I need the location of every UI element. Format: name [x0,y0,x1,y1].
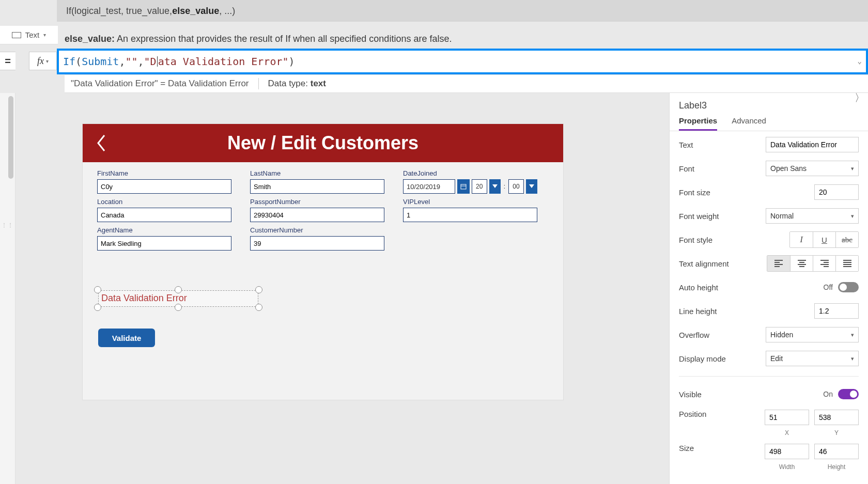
prop-row-visible: Visible On [679,386,859,402]
hour-input[interactable]: 20 [472,179,487,194]
fx-dropdown[interactable]: fx ▾ [29,52,57,70]
calendar-button[interactable] [457,179,470,194]
field-label: LastName [250,169,384,177]
chevron-left-icon [96,134,106,152]
signature-suffix: , ...) [219,6,235,17]
chevron-down-icon: ▾ [43,32,46,38]
position-y-input[interactable] [814,410,859,425]
properties-panel: 〉 Label3 Properties Advanced Text Font O… [669,93,868,484]
tab-advanced[interactable]: Advanced [732,116,766,131]
size-width-input[interactable] [765,444,809,459]
field-passport: PassportNumber [250,198,384,222]
minute-dropdown[interactable] [526,179,537,194]
signature-prefix: If(logical_test, true_value, [66,6,172,17]
align-justify-button[interactable] [835,256,858,271]
ribbon-format-text[interactable]: Text ▾ [0,26,58,44]
prop-row-font-weight: Font weight Normal▾ [679,208,859,224]
help-arg-desc: An expression that provides the result o… [117,34,452,44]
screen-title: New / Edit Customers [83,132,563,154]
strikethrough-button[interactable]: abc [835,232,858,247]
field-datejoined: DateJoined 10/20/2019 20 : 00 [403,169,537,194]
tab-properties[interactable]: Properties [679,116,717,131]
field-label: AgentName [97,226,231,234]
align-left-icon [774,260,783,267]
firstname-input[interactable] [97,179,231,194]
location-input[interactable] [97,208,231,222]
prop-row-position: Position X Y [679,410,859,436]
field-label: FirstName [97,169,231,177]
underline-button[interactable]: U [813,232,835,247]
hour-dropdown[interactable] [489,179,501,194]
prop-row-font: Font Open Sans▾ [679,160,859,177]
align-right-button[interactable] [813,256,835,271]
agent-input[interactable] [97,236,231,251]
rail-drag-handle-icon[interactable]: ⋮⋮ [0,217,16,232]
panel-expand-icon[interactable]: 〉 [855,93,865,105]
chevron-down-icon: ▾ [851,165,854,172]
formula-bar[interactable]: If(Submit, "", "Data Validation Error") … [57,49,868,74]
chevron-down-icon: ▾ [46,58,49,64]
formula-data-type: Data type: text [268,79,326,89]
align-center-button[interactable] [790,256,813,271]
divider [679,376,859,377]
align-left-button[interactable] [767,256,790,271]
field-agent: AgentName [97,226,231,251]
formula-fn: If [63,55,75,68]
back-button[interactable] [91,131,112,155]
date-input[interactable]: 10/20/2019 [403,179,455,194]
resize-handle-bm[interactable] [175,304,182,311]
resize-handle-bl[interactable] [94,304,101,311]
line-height-input[interactable] [814,303,859,319]
resize-handle-tm[interactable] [175,286,182,293]
font-weight-select[interactable]: Normal▾ [766,208,859,224]
calendar-icon [460,183,467,190]
chevron-down-icon: ▾ [851,213,854,220]
divider [258,78,259,89]
lastname-input[interactable] [250,179,384,194]
field-lastname: LastName [250,169,384,194]
canvas-area[interactable]: New / Edit Customers FirstName LastName … [16,93,669,484]
field-firstname: FirstName [97,169,231,194]
size-height-input[interactable] [814,444,859,459]
field-vip: VIPLevel [403,198,537,222]
underline-icon: U [822,236,827,244]
svg-marker-2 [492,184,498,188]
overflow-select[interactable]: Hidden▾ [766,327,859,342]
italic-button[interactable]: I [790,232,813,247]
align-justify-icon [843,260,851,267]
visible-toggle[interactable] [838,389,859,399]
chevron-down-icon [529,184,534,189]
position-x-input[interactable] [765,410,809,425]
font-select[interactable]: Open Sans▾ [766,161,859,176]
text-format-icon [12,32,21,38]
property-selector-equals[interactable]: = [0,52,16,70]
resize-handle-tr[interactable] [255,286,262,293]
label-text: Data Validation Error [101,293,187,304]
text-value-input[interactable] [766,137,859,152]
resize-handle-br[interactable] [255,304,262,311]
formula-help-row: else_value: An expression that provides … [65,30,868,48]
font-size-input[interactable] [814,184,859,200]
display-mode-select[interactable]: Edit▾ [766,351,859,366]
prop-row-text-align: Text alignment [679,255,859,272]
formula-expand-chevron-icon[interactable]: ⌄ [858,57,862,65]
signature-current-arg: else_value [172,6,219,17]
align-center-icon [798,260,806,267]
prop-row-text: Text [679,136,859,153]
vip-input[interactable] [403,208,537,222]
selected-control-name: Label3 [670,93,868,116]
scrollbar-thumb[interactable] [8,96,13,179]
resize-handle-tl[interactable] [94,286,101,293]
panel-tabs: Properties Advanced [670,116,868,131]
formula-signature-bar: If(logical_test, true_value, else_value … [57,0,868,22]
auto-height-toggle[interactable] [838,282,859,292]
italic-icon: I [800,235,803,245]
svg-rect-0 [461,184,466,189]
passport-input[interactable] [250,208,384,222]
selected-label-control[interactable]: Data Validation Error [98,290,258,307]
validate-button[interactable]: Validate [98,329,155,347]
customernumber-input[interactable] [250,236,384,251]
chevron-down-icon: ▾ [851,332,854,338]
minute-input[interactable]: 00 [508,179,524,194]
strikethrough-icon: abc [842,236,853,244]
